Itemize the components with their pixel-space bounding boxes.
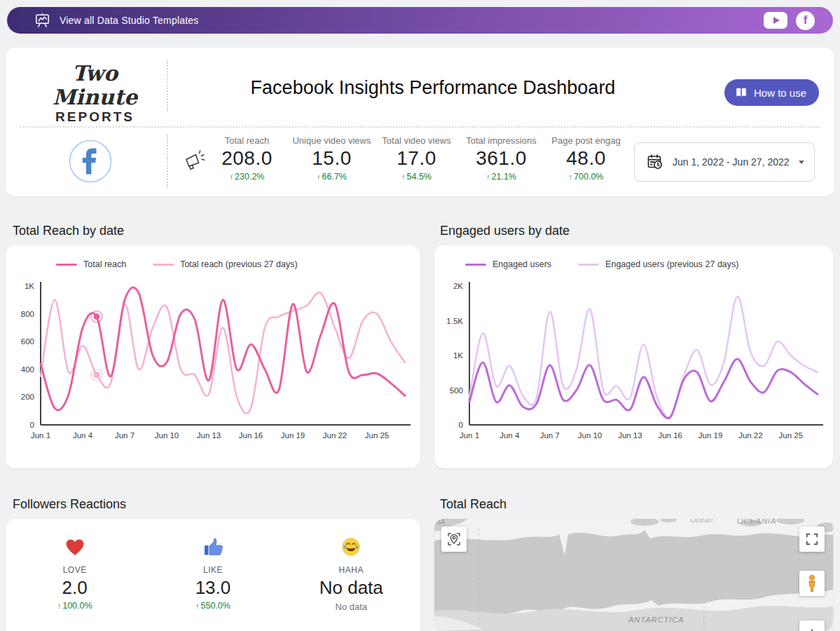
- templates-banner[interactable]: View all Data Studio Templates f: [7, 7, 833, 34]
- up-arrow-icon: ↑: [401, 172, 406, 181]
- legend-item: Total reach (previous 27 days): [153, 259, 297, 269]
- map-zoom-in-button[interactable]: +: [799, 620, 825, 631]
- legend-swatch: [153, 264, 174, 266]
- plus-icon: +: [808, 625, 816, 631]
- youtube-icon[interactable]: [764, 12, 787, 29]
- book-icon: [734, 86, 748, 99]
- banner-label: View all Data Studio Templates: [60, 15, 198, 26]
- date-range-value: Jun 1, 2022 - Jun 27, 2022: [673, 156, 790, 168]
- svg-text:Jun 19: Jun 19: [281, 431, 305, 440]
- kpi-unique-video-views: Unique video views 15.0 ↑66.7%: [289, 135, 374, 182]
- reaction-haha: HAHA No data No data: [282, 537, 420, 612]
- engaged-users-line-chart[interactable]: 05001K1.5K2KJun 1Jun 4Jun 7Jun 10Jun 13J…: [439, 276, 829, 453]
- chart2-legend: Engaged users Engaged users (previous 27…: [465, 259, 738, 269]
- svg-text:1K: 1K: [453, 351, 463, 360]
- two-minute-reports-logo: Two Minute REPORTS: [27, 62, 163, 125]
- divider: [167, 135, 168, 188]
- map-label-oceania: OCEANIA: [737, 519, 777, 525]
- map-label-antarctica: ANTARCTICA: [628, 616, 684, 624]
- svg-text:Jun 1: Jun 1: [31, 431, 50, 440]
- map-label-ocean: Ocean: [690, 519, 712, 524]
- legend-item: Engaged users: [465, 259, 551, 269]
- map-pegman-button[interactable]: [799, 571, 825, 596]
- chevron-down-icon: [799, 161, 804, 164]
- up-arrow-icon: ↑: [569, 172, 573, 181]
- svg-text:Jun 10: Jun 10: [578, 431, 603, 440]
- date-range-picker[interactable]: Jun 1, 2022 - Jun 27, 2022: [634, 142, 815, 182]
- total-reach-line-chart[interactable]: 02004006008001KJun 1Jun 4Jun 7Jun 10Jun …: [10, 276, 416, 453]
- facebook-page-logo: [69, 140, 112, 186]
- kpi-total-video-views: Total video views 17.0 ↑54.5%: [374, 135, 459, 182]
- kpi-page-post-engagement: Page post engag 48.0 ↑700.0%: [544, 135, 628, 182]
- kpi-total-impressions: Total impressions 361.0 ↑21.1%: [459, 135, 544, 182]
- map-label-partial: IIA: [436, 519, 445, 526]
- page-title: Facebook Insights Performance Dashboard: [181, 77, 685, 99]
- chart1-heading: Total Reach by date: [13, 224, 124, 238]
- svg-text:Jun 19: Jun 19: [698, 431, 723, 440]
- svg-text:Jun 13: Jun 13: [197, 431, 221, 440]
- svg-text:Jun 16: Jun 16: [239, 431, 263, 440]
- how-to-use-label: How to use: [754, 87, 806, 99]
- legend-item: Engaged users (previous 27 days): [578, 259, 738, 269]
- chart1-legend: Total reach Total reach (previous 27 day…: [56, 259, 298, 269]
- chart2-heading: Engaged users by date: [440, 224, 570, 238]
- svg-text:400: 400: [21, 365, 34, 374]
- map-fullscreen-button[interactable]: [799, 527, 825, 552]
- divider: [20, 126, 820, 128]
- svg-text:Jun 10: Jun 10: [155, 431, 179, 440]
- facebook-social-icon[interactable]: f: [796, 11, 815, 30]
- engaged-users-chart-card: Engaged users Engaged users (previous 27…: [434, 245, 833, 468]
- svg-text:Jun 22: Jun 22: [738, 431, 763, 440]
- kpi-row: Total reach 208.0 ↑230.2% Unique video v…: [205, 135, 629, 182]
- svg-text:Jun 7: Jun 7: [540, 431, 560, 440]
- svg-text:Jun 4: Jun 4: [500, 431, 520, 440]
- total-reach-map-card: IIA Ocean OCEANIA ANTARCTICA +: [434, 519, 833, 631]
- map-heading: Total Reach: [440, 497, 507, 512]
- up-arrow-icon: ↑: [486, 172, 490, 181]
- legend-swatch: [578, 264, 599, 266]
- followers-reactions-card: LOVE 2.0 ↑100.0% LIKE 13.0 ↑550.0%: [6, 519, 420, 631]
- svg-text:0: 0: [459, 421, 463, 429]
- logo-script-text: Two Minute: [27, 62, 163, 109]
- svg-text:Jun 4: Jun 4: [73, 431, 93, 440]
- heart-icon: [64, 547, 85, 559]
- legend-item: Total reach: [56, 259, 126, 269]
- legend-swatch: [56, 264, 77, 266]
- map-center-location-button[interactable]: [441, 527, 467, 552]
- up-arrow-icon: ↑: [195, 602, 200, 610]
- svg-text:Jun 1: Jun 1: [460, 431, 479, 440]
- svg-text:Jun 22: Jun 22: [323, 431, 347, 440]
- svg-text:Jun 7: Jun 7: [115, 431, 135, 440]
- svg-text:800: 800: [21, 310, 34, 318]
- kpi-total-reach: Total reach 208.0 ↑230.2%: [205, 135, 289, 182]
- reactions-heading: Followers Reactions: [13, 497, 126, 512]
- up-arrow-icon: ↑: [317, 172, 321, 181]
- megaphone-icon: [182, 149, 205, 174]
- thumbs-up-icon: [202, 547, 223, 559]
- svg-text:0: 0: [30, 421, 34, 429]
- svg-text:Jun 13: Jun 13: [618, 431, 642, 440]
- how-to-use-button[interactable]: How to use: [724, 79, 819, 106]
- svg-text:Jun 16: Jun 16: [658, 431, 682, 440]
- total-reach-chart-card: Total reach Total reach (previous 27 day…: [6, 245, 420, 468]
- calendar-clock-icon: [646, 153, 664, 171]
- svg-text:Jun 25: Jun 25: [779, 431, 804, 440]
- svg-text:1K: 1K: [25, 282, 34, 290]
- header-card: Two Minute REPORTS Facebook Insights Per…: [6, 48, 834, 196]
- svg-text:200: 200: [21, 393, 34, 401]
- reaction-love: LOVE 2.0 ↑100.0%: [6, 537, 144, 612]
- world-map[interactable]: [434, 519, 833, 631]
- svg-text:2K: 2K: [453, 282, 463, 290]
- svg-text:Jun 25: Jun 25: [365, 431, 390, 440]
- logo-caps-text: REPORTS: [27, 109, 163, 125]
- svg-text:600: 600: [21, 337, 34, 346]
- legend-swatch: [465, 264, 486, 266]
- up-arrow-icon: ↑: [230, 172, 234, 181]
- reaction-like: LIKE 13.0 ↑550.0%: [144, 537, 282, 612]
- svg-text:500: 500: [450, 386, 463, 395]
- divider: [167, 60, 168, 111]
- chart-board-icon: [34, 12, 51, 29]
- laughing-emoji-icon: [340, 547, 362, 559]
- up-arrow-icon: ↑: [57, 602, 62, 610]
- svg-text:1.5K: 1.5K: [446, 317, 463, 325]
